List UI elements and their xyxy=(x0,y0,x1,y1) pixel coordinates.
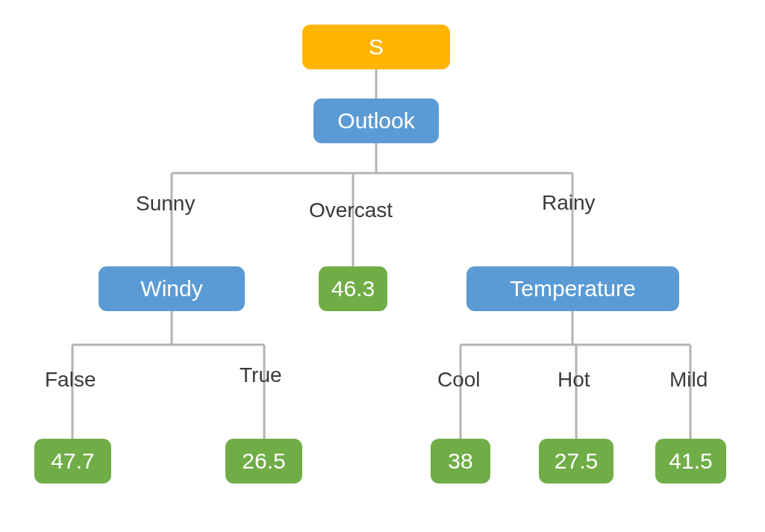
edge-label-cool: Cool xyxy=(437,368,481,392)
leaf-node-windy-false: 47.7 xyxy=(34,439,111,484)
edge-label-sunny: Sunny xyxy=(136,192,195,216)
leaf-node-temp-hot: 27.5 xyxy=(539,439,613,484)
leaf-node-overcast: 46.3 xyxy=(319,266,387,311)
edge-label-overcast: Overcast xyxy=(309,198,393,222)
attribute-node-windy: Windy xyxy=(99,266,245,311)
leaf-node-temp-cool: 38 xyxy=(431,439,490,484)
edge-label-true: True xyxy=(240,363,282,387)
decision-tree-diagram: S Outlook Sunny Overcast Rainy Windy 46.… xyxy=(0,0,765,532)
edge-label-false: False xyxy=(45,368,96,392)
attribute-node-outlook: Outlook xyxy=(313,98,439,143)
edge-label-mild: Mild xyxy=(669,368,708,392)
root-node: S xyxy=(302,25,450,69)
attribute-node-temperature: Temperature xyxy=(466,266,679,311)
edge-label-rainy: Rainy xyxy=(542,191,596,215)
leaf-node-windy-true: 26.5 xyxy=(225,439,302,484)
edge-label-hot: Hot xyxy=(558,368,590,392)
leaf-node-temp-mild: 41.5 xyxy=(655,439,726,484)
